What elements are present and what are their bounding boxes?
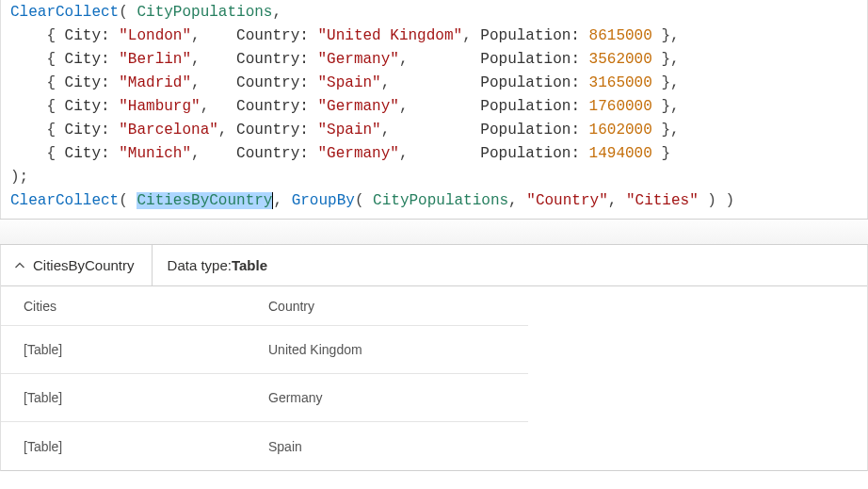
results-type: Data type: Table: [153, 245, 267, 285]
results-grid: Cities Country [Table] United Kingdom [T…: [1, 286, 528, 470]
pane-divider[interactable]: [0, 219, 868, 245]
results-pane: CitiesByCountry Data type: Table Cities …: [0, 245, 868, 471]
fn-groupby: GroupBy: [292, 192, 355, 209]
results-collapse-toggle[interactable]: CitiesByCountry: [1, 245, 153, 285]
grid-header-row: Cities Country: [1, 286, 528, 326]
cell-cities[interactable]: [Table]: [1, 439, 265, 454]
cell-cities[interactable]: [Table]: [1, 342, 265, 357]
cell-country: Spain: [265, 439, 528, 454]
ident-citypopulations: CityPopulations: [137, 4, 272, 21]
cell-country: United Kingdom: [265, 342, 528, 357]
formula-editor[interactable]: ClearCollect( CityPopulations, { City: "…: [0, 0, 868, 219]
formula-code[interactable]: ClearCollect( CityPopulations, { City: "…: [10, 0, 858, 213]
table-row[interactable]: [Table] United Kingdom: [1, 326, 528, 374]
col-header-cities[interactable]: Cities: [1, 299, 265, 314]
results-title: CitiesByCountry: [33, 257, 135, 273]
results-header: CitiesByCountry Data type: Table: [1, 245, 867, 286]
cell-country: Germany: [265, 390, 528, 405]
fn-clearcollect-2: ClearCollect: [10, 192, 119, 209]
col-header-country[interactable]: Country: [265, 299, 528, 314]
fn-clearcollect: ClearCollect: [10, 4, 119, 21]
chevron-up-icon: [14, 260, 25, 271]
cell-cities[interactable]: [Table]: [1, 390, 265, 405]
table-row[interactable]: [Table] Germany: [1, 374, 528, 422]
selected-identifier[interactable]: CitiesByCountry: [137, 192, 273, 209]
table-row[interactable]: [Table] Spain: [1, 422, 528, 470]
